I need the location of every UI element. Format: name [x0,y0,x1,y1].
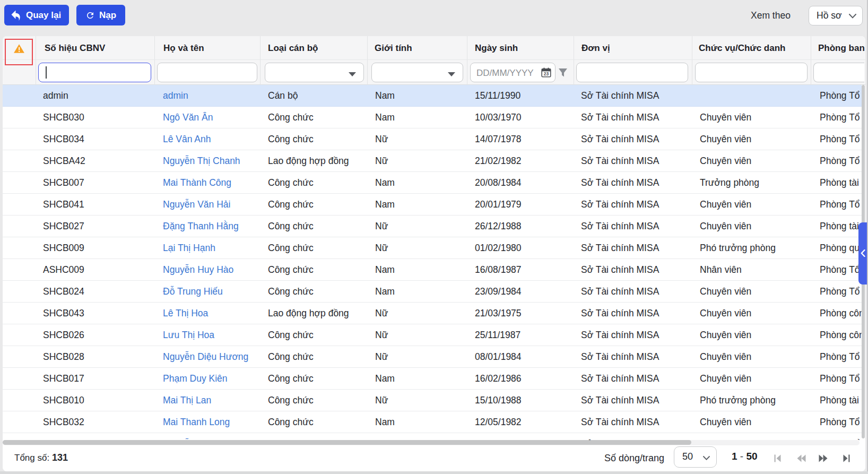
svg-text:23: 23 [544,71,549,76]
